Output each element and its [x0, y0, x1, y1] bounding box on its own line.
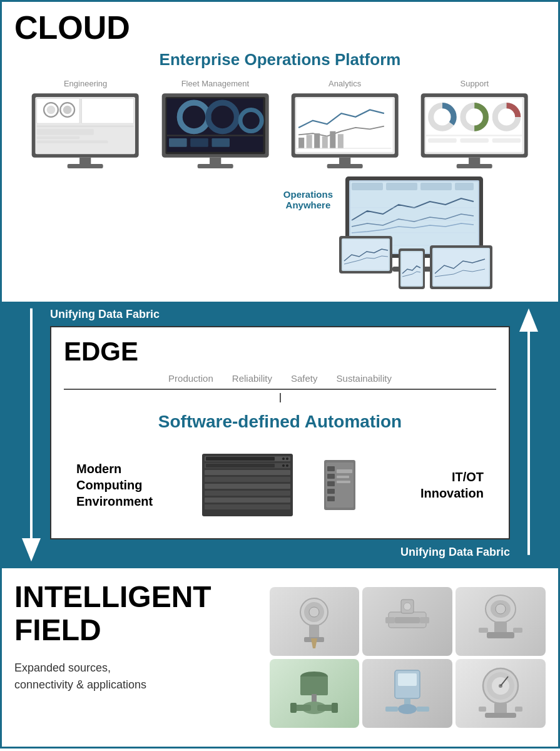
devices-graphic	[339, 176, 539, 289]
svg-rect-72	[386, 183, 417, 190]
instrument-svg-2	[382, 593, 432, 650]
svg-rect-32	[322, 136, 328, 148]
svg-rect-92	[206, 457, 275, 461]
monitors-row: Engineering	[14, 79, 546, 170]
svg-rect-22	[190, 138, 208, 147]
svg-rect-122	[513, 628, 522, 633]
it-ot-label: IT/OTInnovation	[384, 469, 484, 501]
field-title: INTELLIGENTFIELD	[14, 581, 253, 647]
svg-rect-13	[68, 164, 103, 168]
svg-marker-76	[22, 538, 41, 561]
cloud-title: CLOUD	[14, 11, 546, 44]
category-reliability: Reliability	[232, 373, 272, 384]
svg-rect-51	[469, 158, 480, 165]
svg-rect-101	[337, 469, 352, 473]
svg-rect-67	[402, 252, 422, 285]
svg-rect-87	[205, 504, 290, 509]
arrow-up-svg	[513, 302, 544, 568]
instrument-svg-4	[289, 664, 339, 723]
monitor-analytics: Analytics	[288, 79, 402, 170]
category-production: Production	[168, 373, 213, 384]
svg-point-90	[282, 464, 285, 467]
server-graphic	[193, 444, 368, 526]
svg-rect-29	[298, 138, 304, 148]
edge-title: EDGE	[64, 337, 496, 367]
svg-point-115	[404, 603, 411, 610]
svg-rect-7	[37, 126, 134, 127]
instrument-svg-6	[476, 664, 526, 723]
monitor-svg-support	[417, 92, 531, 170]
instrument-svg-3	[476, 593, 526, 650]
svg-rect-47	[426, 135, 522, 136]
svg-rect-24	[210, 158, 221, 165]
instrument-3	[456, 587, 546, 656]
instrument-4	[270, 659, 360, 728]
svg-rect-98	[327, 481, 335, 486]
svg-rect-73	[420, 183, 452, 190]
monitor-label-fleet: Fleet Management	[181, 79, 249, 88]
svg-rect-143	[485, 713, 516, 718]
svg-rect-135	[385, 707, 398, 712]
cloud-section: CLOUD Enterprise Operations Platform Eng…	[0, 0, 560, 302]
svg-point-118	[496, 604, 506, 614]
svg-rect-121	[479, 628, 488, 633]
svg-rect-50	[492, 138, 521, 143]
svg-point-89	[286, 457, 288, 460]
svg-rect-10	[37, 141, 108, 144]
svg-point-134	[398, 704, 417, 714]
svg-rect-96	[327, 466, 335, 471]
svg-rect-120	[487, 632, 514, 638]
instrument-6	[456, 659, 546, 728]
svg-rect-132	[398, 673, 417, 686]
svg-rect-85	[205, 491, 290, 496]
edge-section: Unifying Data Fabric EDGE Production Rel…	[0, 302, 560, 568]
category-sustainability: Sustainability	[337, 373, 392, 384]
category-safety: Safety	[291, 373, 318, 384]
instrument-1	[270, 587, 360, 656]
operations-anywhere-area: OperationsAnywhere	[14, 176, 546, 289]
svg-point-88	[282, 457, 285, 460]
monitor-svg-fleet	[158, 92, 272, 170]
monitor-svg-engineering	[28, 92, 142, 170]
svg-rect-52	[457, 164, 492, 168]
operations-anywhere-label: OperationsAnywhere	[283, 189, 333, 210]
svg-rect-86	[205, 498, 290, 503]
monitor-support: Support	[417, 79, 531, 170]
monitor-svg-analytics	[288, 92, 402, 170]
svg-point-91	[286, 464, 288, 467]
modern-computing-label: ModernComputingEnvironment	[76, 461, 176, 509]
svg-rect-129	[290, 703, 297, 713]
arrow-down-svg	[16, 302, 47, 568]
monitor-fleet: Fleet Management	[158, 79, 272, 170]
svg-rect-71	[352, 183, 383, 190]
svg-rect-36	[339, 158, 350, 165]
svg-rect-74	[455, 183, 474, 190]
computing-row: ModernComputingEnvironment	[64, 444, 496, 526]
svg-rect-23	[211, 138, 229, 147]
vert-divider	[280, 393, 281, 402]
server-rack-svg	[202, 447, 315, 523]
svg-rect-48	[428, 138, 457, 143]
svg-rect-49	[461, 138, 489, 143]
instrument-svg-5	[382, 664, 432, 723]
enterprise-title: Enterprise Operations Platform	[14, 50, 546, 69]
svg-rect-21	[169, 138, 186, 147]
svg-marker-78	[519, 309, 538, 332]
svg-rect-145	[515, 707, 522, 712]
field-instruments-grid	[270, 581, 546, 728]
svg-rect-84	[205, 484, 290, 489]
svg-rect-113	[420, 617, 429, 623]
svg-rect-83	[205, 477, 290, 482]
svg-rect-34	[338, 134, 344, 148]
svg-rect-9	[37, 136, 79, 140]
svg-point-6	[63, 106, 72, 115]
edge-inner: EDGE Production Reliability Safety Susta…	[50, 326, 510, 539]
svg-rect-103	[337, 481, 350, 483]
small-device-svg	[321, 447, 359, 523]
sda-title: Software-defined Automation	[64, 412, 496, 432]
svg-rect-8	[37, 129, 94, 135]
svg-rect-130	[332, 703, 338, 713]
devices-svg	[339, 176, 539, 289]
svg-rect-33	[330, 131, 335, 148]
svg-rect-102	[337, 476, 349, 478]
